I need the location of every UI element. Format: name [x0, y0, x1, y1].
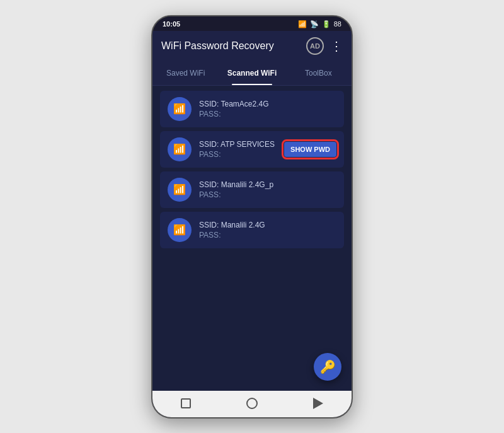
- app-bar-icons: AD ⋮: [306, 37, 343, 55]
- wifi-ssid-2: SSID: ATP SERVICES: [199, 140, 277, 149]
- signal-icon: 📶: [298, 20, 307, 28]
- nav-recent-button[interactable]: [178, 396, 193, 411]
- wifi-icon-circle-4: 📶: [168, 218, 192, 242]
- nav-back-icon: [313, 398, 323, 409]
- status-bar: 10:05 📶 📡 🔋 88: [152, 16, 352, 31]
- wifi-item-2[interactable]: 📶 SSID: ATP SERVICES PASS: SHOW PWD: [160, 131, 344, 168]
- wifi-icon-circle-3: 📶: [168, 178, 192, 202]
- tabs: Saved WiFi Scanned WiFi ToolBox: [152, 61, 352, 86]
- wifi-signal-icon-4: 📶: [173, 224, 186, 236]
- battery-icon: 🔋: [322, 20, 331, 28]
- wifi-info-3: SSID: Manalili 2.4G_p PASS:: [199, 180, 336, 199]
- wifi-item-3[interactable]: 📶 SSID: Manalili 2.4G_p PASS:: [160, 171, 344, 208]
- wifi-status-icon: 📡: [310, 20, 319, 28]
- nav-square-icon: [181, 398, 191, 408]
- fab-key-icon: 🔑: [320, 359, 336, 374]
- tab-toolbox[interactable]: ToolBox: [285, 61, 352, 85]
- wifi-pass-3: PASS:: [199, 190, 336, 199]
- wifi-info-1: SSID: TeamAce2.4G PASS:: [199, 100, 336, 118]
- menu-icon[interactable]: ⋮: [330, 38, 343, 54]
- fab-key[interactable]: 🔑: [314, 353, 341, 381]
- wifi-info-4: SSID: Manalili 2.4G PASS:: [199, 221, 336, 240]
- nav-back-button[interactable]: [311, 396, 326, 411]
- app-title: WiFi Password Recovery: [161, 40, 274, 52]
- wifi-item-4[interactable]: 📶 SSID: Manalili 2.4G PASS:: [160, 212, 344, 248]
- wifi-icon-circle-1: 📶: [168, 97, 192, 121]
- status-time: 10:05: [163, 20, 180, 28]
- wifi-list-content: 📶 SSID: TeamAce2.4G PASS: 📶 SSID: ATP SE…: [152, 86, 352, 391]
- wifi-item-1[interactable]: 📶 SSID: TeamAce2.4G PASS:: [160, 91, 344, 127]
- wifi-signal-icon-1: 📶: [173, 103, 186, 115]
- wifi-signal-icon-2: 📶: [173, 143, 186, 155]
- app-bar: WiFi Password Recovery AD ⋮: [152, 31, 352, 61]
- wifi-pass-4: PASS:: [199, 231, 336, 240]
- phone-frame: 10:05 📶 📡 🔋 88 WiFi Password Recovery AD…: [151, 15, 353, 419]
- wifi-signal-icon-3: 📶: [173, 183, 186, 195]
- ad-icon[interactable]: AD: [306, 37, 324, 55]
- wifi-ssid-3: SSID: Manalili 2.4G_p: [199, 180, 336, 189]
- show-pwd-button[interactable]: SHOW PWD: [284, 142, 336, 157]
- wifi-pass-2: PASS:: [199, 150, 277, 159]
- tab-scanned-wifi[interactable]: Scanned WiFi: [219, 61, 285, 85]
- nav-home-button[interactable]: [244, 396, 260, 411]
- wifi-icon-circle-2: 📶: [168, 137, 192, 161]
- wifi-pass-1: PASS:: [199, 110, 336, 118]
- tab-saved-wifi[interactable]: Saved WiFi: [152, 61, 219, 85]
- battery-level: 88: [334, 20, 341, 28]
- nav-bar: [152, 391, 352, 417]
- wifi-ssid-1: SSID: TeamAce2.4G: [199, 100, 336, 108]
- wifi-ssid-4: SSID: Manalili 2.4G: [199, 221, 336, 229]
- wifi-info-2: SSID: ATP SERVICES PASS:: [199, 140, 277, 159]
- nav-circle-icon: [246, 398, 258, 409]
- status-icons: 📶 📡 🔋 88: [298, 20, 341, 28]
